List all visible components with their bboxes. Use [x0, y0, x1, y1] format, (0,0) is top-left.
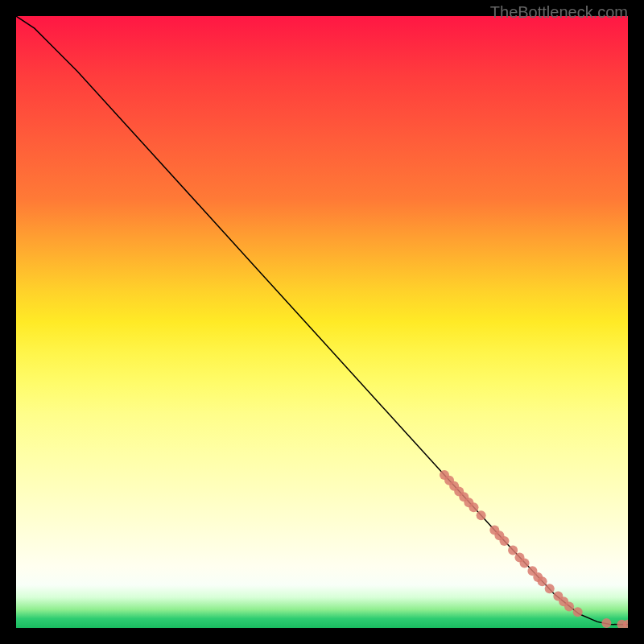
watermark-text: TheBottleneck.com	[490, 3, 628, 22]
plot-area	[16, 16, 628, 628]
data-point	[538, 576, 547, 586]
data-point	[520, 558, 530, 568]
data-point	[469, 502, 478, 512]
curve-line	[16, 16, 628, 625]
data-point	[601, 618, 611, 628]
chart-svg	[16, 16, 628, 628]
data-points	[440, 470, 628, 628]
data-point	[508, 545, 518, 555]
data-point	[477, 510, 486, 520]
data-point	[545, 584, 555, 593]
data-point	[499, 536, 509, 546]
data-point	[564, 601, 574, 611]
data-point	[573, 607, 583, 617]
